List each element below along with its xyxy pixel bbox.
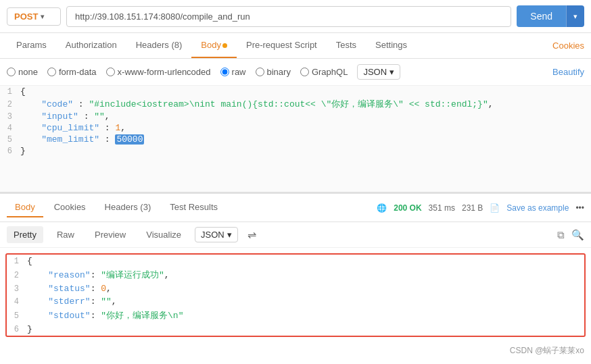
resp-format-arrow-icon: ▾ [227, 230, 232, 240]
response-section: Body Cookies Headers (3) Test Results 🌐 … [0, 194, 591, 359]
tab-tests[interactable]: Tests [327, 33, 366, 58]
radio-none[interactable]: none [7, 67, 38, 77]
resp-line-6: 6 } [7, 323, 584, 336]
req-line-5: 5 "mem_limit" : 50000 [0, 134, 591, 145]
cookies-link[interactable]: Cookies [552, 41, 584, 51]
resp-action-icons: ⧉ 🔍 [557, 229, 584, 241]
resp-format-dropdown[interactable]: JSON ▾ [195, 227, 238, 242]
response-meta: 🌐 200 OK 351 ms 231 B 📄 Save as example … [377, 203, 584, 213]
copy-icon[interactable]: ⧉ [557, 229, 565, 241]
status-badge: 200 OK [394, 203, 421, 213]
resp-line-4: 4 "stderr": "", [7, 295, 584, 308]
method-dropdown[interactable]: POST ▾ [7, 7, 61, 26]
radio-raw[interactable]: raw [220, 67, 246, 77]
radio-formdata[interactable]: form-data [47, 67, 97, 77]
send-dropdown-button[interactable]: ▾ [566, 5, 584, 27]
resp-tab-cookies[interactable]: Cookies [46, 198, 94, 217]
resp-line-1: 1 { [7, 255, 584, 267]
tab-settings[interactable]: Settings [366, 33, 417, 58]
format-arrow-icon: ▾ [389, 67, 394, 77]
req-line-3: 3 "input" : "", [0, 111, 591, 122]
tab-prerequest[interactable]: Pre-request Script [237, 33, 327, 58]
radio-binary[interactable]: binary [256, 67, 291, 77]
req-line-1: 1 { [0, 86, 591, 97]
send-btn-container: Send ▾ [517, 5, 584, 27]
resp-fmt-pretty[interactable]: Pretty [7, 226, 43, 243]
resp-fmt-visualize[interactable]: Visualize [139, 226, 188, 243]
response-code-area: 1 { 2 "reason": "编译运行成功", 3 "status": 0,… [5, 253, 586, 337]
req-line-4: 4 "cpu_limit" : 1, [0, 122, 591, 134]
method-label: POST [14, 11, 38, 22]
body-type-row: none form-data x-www-form-urlencoded raw… [0, 59, 591, 86]
radio-graphql[interactable]: GraphQL [300, 67, 348, 77]
method-arrow-icon: ▾ [41, 13, 44, 20]
resp-fmt-preview[interactable]: Preview [88, 226, 133, 243]
tab-params[interactable]: Params [7, 33, 56, 58]
resp-tab-headers[interactable]: Headers (3) [97, 198, 160, 217]
tab-headers[interactable]: Headers (8) [126, 33, 192, 58]
top-bar: POST ▾ Send ▾ [0, 0, 591, 33]
format-label: JSON [363, 67, 387, 77]
response-time: 351 ms [429, 203, 455, 213]
tab-authorization[interactable]: Authorization [56, 33, 126, 58]
request-code-area: 1 { 2 "code" : "#include<iostream>\nint … [0, 86, 591, 194]
resp-line-3: 3 "status": 0, [7, 282, 584, 295]
req-line-6: 6 } [0, 145, 591, 157]
beautify-button[interactable]: Beautify [552, 67, 584, 77]
resp-line-5: 5 "stdout": "你好，编译服务\n" [7, 308, 584, 323]
watermark: CSDN @蜗子莱莱xo [0, 342, 591, 359]
response-size: 231 B [462, 203, 483, 213]
format-dropdown[interactable]: JSON ▾ [357, 64, 400, 80]
resp-format-row: Pretty Raw Preview Visualize JSON ▾ ⇌ ⧉ … [0, 222, 591, 248]
nav-tabs: Params Authorization Headers (8) Body Pr… [0, 33, 591, 59]
resp-line-2: 2 "reason": "编译运行成功", [7, 267, 584, 282]
globe-icon: 🌐 [377, 203, 387, 213]
save-icon: 📄 [490, 203, 500, 213]
resp-tab-testresults[interactable]: Test Results [162, 198, 226, 217]
tab-body[interactable]: Body [191, 33, 237, 58]
radio-urlencoded[interactable]: x-www-form-urlencoded [106, 67, 211, 77]
response-tabs-row: Body Cookies Headers (3) Test Results 🌐 … [0, 194, 591, 222]
send-button[interactable]: Send [517, 5, 566, 27]
save-as-example[interactable]: Save as example [506, 203, 569, 213]
highlighted-value: 50000 [115, 134, 144, 145]
resp-format-label: JSON [201, 230, 224, 240]
more-options-icon[interactable]: ••• [575, 203, 584, 213]
resp-fmt-raw[interactable]: Raw [50, 226, 81, 243]
search-icon[interactable]: 🔍 [571, 229, 584, 241]
filter-icon[interactable]: ⇌ [245, 228, 259, 241]
url-input[interactable] [66, 6, 511, 27]
req-line-2: 2 "code" : "#include<iostream>\nint main… [0, 97, 591, 111]
body-dot-indicator [222, 43, 227, 48]
resp-tab-body[interactable]: Body [7, 198, 43, 217]
